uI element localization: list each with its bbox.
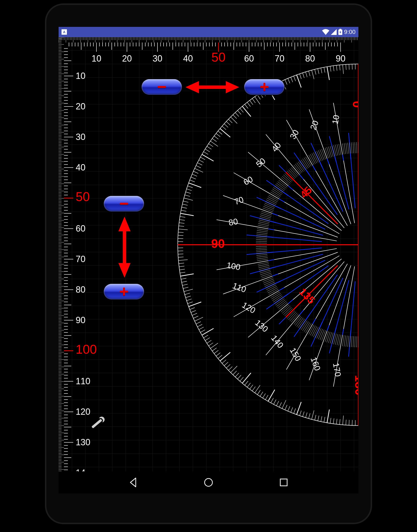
svg-line-933 — [200, 330, 205, 332]
svg-line-1060 — [342, 143, 344, 154]
svg-line-966 — [274, 400, 276, 404]
svg-marker-1271 — [226, 81, 239, 93]
svg-line-957 — [250, 385, 253, 389]
status-right-cluster: 9:00 — [322, 29, 355, 35]
svg-line-909 — [178, 260, 188, 260]
svg-line-886 — [187, 189, 192, 191]
svg-line-824 — [327, 67, 330, 80]
vertical-scale-minus-button[interactable] — [104, 196, 144, 212]
svg-line-1164 — [264, 281, 274, 285]
app-canvas: 102030405060708090 102030405060708090100… — [59, 37, 358, 471]
svg-line-1059 — [344, 143, 346, 154]
svg-line-1255 — [270, 267, 276, 268]
svg-line-964 — [268, 390, 275, 401]
nav-home-icon[interactable] — [203, 477, 214, 488]
svg-line-1156 — [259, 268, 270, 271]
horizontal-ruler[interactable]: 102030405060708090 — [69, 43, 346, 64]
svg-line-1055 — [351, 142, 352, 153]
svg-line-1143 — [256, 248, 267, 248]
protractor[interactable]: 0102030405060708090100110120130140150160… — [178, 64, 358, 426]
nav-recent-icon[interactable] — [278, 477, 290, 488]
svg-text:120: 120 — [240, 300, 257, 315]
settings-wrench-icon[interactable] — [90, 415, 106, 430]
svg-marker-1270 — [186, 81, 199, 93]
svg-line-885 — [188, 186, 193, 188]
horizontal-scale-plus-button[interactable] — [244, 79, 284, 95]
svg-line-852 — [247, 102, 250, 106]
svg-line-1242 — [313, 165, 316, 171]
svg-line-1181 — [280, 304, 288, 311]
svg-marker-1274 — [118, 263, 131, 278]
svg-line-941 — [214, 350, 219, 353]
svg-text:10: 10 — [76, 71, 85, 81]
svg-line-1253 — [267, 252, 273, 253]
svg-text:80: 80 — [228, 217, 239, 227]
svg-line-1147 — [256, 254, 267, 255]
svg-line-973 — [294, 408, 296, 414]
tablet-frame: A 9:00 102030405060708090 102030405060 — [46, 5, 371, 523]
svg-line-1234 — [286, 266, 338, 317]
wifi-icon — [322, 29, 329, 35]
svg-rect-1 — [339, 29, 341, 30]
svg-text:140: 140 — [269, 333, 285, 350]
nav-back-icon[interactable] — [127, 477, 139, 488]
svg-line-1093 — [290, 169, 297, 177]
svg-line-938 — [209, 343, 213, 346]
svg-line-817 — [349, 64, 349, 70]
svg-line-1224 — [346, 336, 347, 347]
svg-line-1166 — [265, 283, 275, 288]
device-screen: A 9:00 102030405060708090 102030405060 — [59, 27, 358, 493]
svg-line-1074 — [318, 150, 323, 160]
svg-line-868 — [212, 138, 217, 142]
svg-text:100: 100 — [226, 260, 241, 272]
svg-text:20: 20 — [122, 53, 132, 64]
horizontal-scale-minus-button[interactable] — [142, 79, 182, 95]
svg-line-900 — [178, 232, 184, 233]
svg-line-882 — [191, 177, 196, 179]
vertical-ruler[interactable]: 10203040506070809010011012013014 — [64, 49, 97, 472]
svg-line-856 — [238, 110, 241, 114]
svg-line-940 — [212, 348, 217, 351]
svg-line-1091 — [292, 166, 300, 174]
plus-icon — [258, 81, 271, 93]
svg-line-1052 — [357, 142, 357, 153]
svg-line-965 — [271, 398, 273, 403]
svg-line-825 — [324, 67, 325, 73]
svg-text:130: 130 — [253, 318, 270, 334]
svg-line-992 — [352, 420, 352, 426]
svg-line-1144 — [256, 250, 267, 250]
svg-line-976 — [302, 412, 304, 417]
svg-line-963 — [265, 395, 268, 400]
svg-line-1076 — [315, 152, 320, 162]
svg-line-877 — [198, 163, 202, 165]
svg-line-890 — [183, 201, 188, 202]
svg-line-851 — [250, 100, 253, 105]
svg-line-1070 — [325, 148, 329, 158]
svg-line-892 — [182, 207, 187, 208]
svg-line-926 — [191, 310, 196, 312]
svg-line-917 — [182, 284, 188, 286]
measurement-svg: 102030405060708090 102030405060708090100… — [59, 37, 358, 471]
svg-line-953 — [240, 377, 243, 381]
svg-line-1259 — [283, 294, 288, 297]
svg-line-1124 — [260, 215, 271, 218]
svg-line-983 — [324, 417, 325, 422]
svg-line-928 — [193, 316, 198, 318]
svg-line-875 — [200, 157, 205, 160]
minus-icon — [156, 81, 168, 93]
svg-line-1256 — [272, 274, 278, 276]
svg-line-956 — [247, 383, 250, 387]
svg-line-870 — [209, 144, 213, 147]
svg-line-1265 — [327, 325, 329, 331]
svg-line-874 — [202, 154, 214, 161]
svg-line-822 — [333, 66, 334, 71]
svg-line-984 — [327, 410, 330, 423]
svg-line-1193 — [295, 317, 302, 326]
svg-line-1160 — [261, 275, 272, 278]
vertical-scale-plus-button[interactable] — [104, 284, 144, 299]
svg-line-1209 — [320, 330, 324, 340]
svg-line-958 — [252, 387, 255, 391]
svg-line-1135 — [256, 234, 267, 235]
keyboard-indicator-badge: A — [62, 29, 67, 35]
svg-line-1099 — [282, 176, 290, 183]
